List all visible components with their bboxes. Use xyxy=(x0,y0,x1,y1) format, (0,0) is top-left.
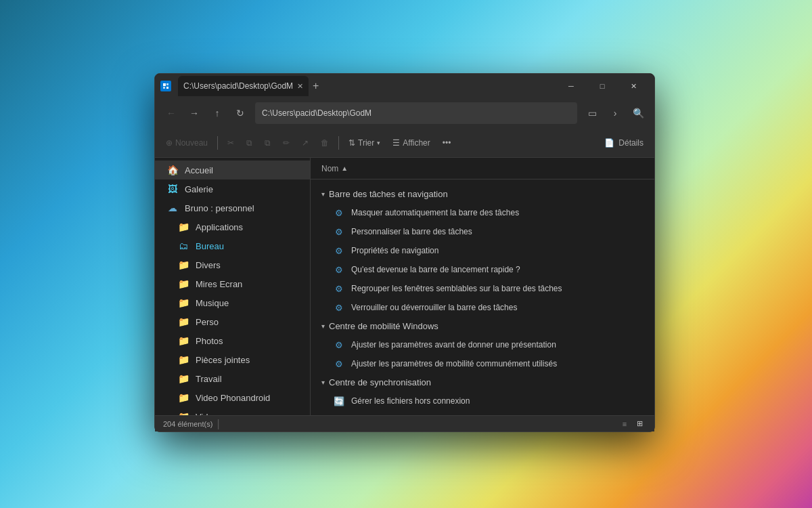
sidebar-item-perso[interactable]: 📁 Perso xyxy=(155,312,310,331)
cut-icon: ✂ xyxy=(227,138,234,148)
item-personnaliser-barre[interactable]: ⚙ Personnaliser la barre des tâches xyxy=(311,222,654,241)
item-regrouper-fenetres[interactable]: ⚙ Regrouper les fenêtres semblables sur … xyxy=(311,279,654,298)
view-controls: ≡ ⊞ xyxy=(618,417,646,431)
item-ajuster-presentation[interactable]: ⚙ Ajuster les paramètres avant de donner… xyxy=(311,335,654,354)
search-btn[interactable]: 🔍 xyxy=(627,102,649,124)
mires-ecran-label: Mires Ecran xyxy=(196,279,242,289)
address-text: C:\Users\pacid\Desktop\GodM xyxy=(262,108,371,118)
icon-proprietes-navigation: ⚙ xyxy=(332,244,346,257)
item-proprietes-navigation[interactable]: ⚙ Propriétés de navigation xyxy=(311,241,654,260)
bureau-icon: 🗂 xyxy=(177,239,190,253)
sidebar-item-photos[interactable]: 📁 Photos xyxy=(155,331,310,350)
sep1 xyxy=(217,136,218,150)
sort-chevron: ▾ xyxy=(377,140,380,146)
category-mobilite[interactable]: ▾ Centre de mobilité Windows xyxy=(311,317,654,335)
accueil-label: Accueil xyxy=(185,165,213,175)
rename-btn[interactable]: ✏ xyxy=(277,132,295,154)
tab-close-btn[interactable]: ✕ xyxy=(297,82,303,91)
label-personnaliser-barre: Personnaliser la barre des tâches xyxy=(351,227,472,236)
icon-personnaliser-barre: ⚙ xyxy=(332,225,346,238)
right-panel: Nom ▲ ▾ Barre des tâches et navigation ⚙… xyxy=(311,158,654,415)
statusbar: 204 élément(s) | ≡ ⊞ xyxy=(155,415,654,431)
sidebar-item-videos[interactable]: 📁 Videos xyxy=(155,407,310,415)
svg-rect-1 xyxy=(163,83,166,86)
label-ajuster-mobilite: Ajuster les paramètres de mobilité commu… xyxy=(351,359,557,368)
sort-btn[interactable]: ⇅ Trier ▾ xyxy=(343,132,386,154)
copy-icon: ⧉ xyxy=(246,138,252,148)
maximize-btn[interactable]: □ xyxy=(587,74,618,98)
commandbar: ⊕ Nouveau ✂ ⧉ ⧉ ✏ ↗ 🗑 ⇅ Trier ▾ ☰ Aff xyxy=(155,128,654,158)
pane-toggle-btn[interactable]: ▭ xyxy=(581,102,603,124)
grid-view-btn[interactable]: ⊞ xyxy=(633,417,646,431)
chevron-synchro: ▾ xyxy=(321,379,325,386)
label-masquer-barre: Masquer automatiquement la barre des tâc… xyxy=(351,208,519,217)
minimize-btn[interactable]: ─ xyxy=(556,74,587,98)
address-bar[interactable]: C:\Users\pacid\Desktop\GodM xyxy=(255,102,577,124)
active-tab[interactable]: C:\Users\pacid\Desktop\GodM ✕ xyxy=(178,76,309,96)
item-ajuster-mobilite[interactable]: ⚙ Ajuster les paramètres de mobilité com… xyxy=(311,354,654,373)
photos-icon: 📁 xyxy=(177,334,190,347)
galerie-icon: 🖼 xyxy=(166,182,179,196)
explorer-window: C:\Users\pacid\Desktop\GodM ✕ + ─ □ ✕ ← … xyxy=(154,73,655,432)
category-barre-taches-label: Barre des tâches et navigation xyxy=(329,189,448,199)
sidebar: 🏠 Accueil 🖼 Galerie ☁ Bruno : personnel … xyxy=(155,158,311,415)
pieces-jointes-icon: 📁 xyxy=(177,353,190,366)
new-btn[interactable]: ⊕ Nouveau xyxy=(160,132,213,154)
expand-btn[interactable]: › xyxy=(604,102,626,124)
view-btn[interactable]: ☰ Afficher xyxy=(387,132,435,154)
sidebar-item-video-phonandroid[interactable]: 📁 Video Phonandroid xyxy=(155,388,310,407)
applications-icon: 📁 xyxy=(177,220,190,234)
paste-btn[interactable]: ⧉ xyxy=(259,132,276,154)
more-btn[interactable]: ••• xyxy=(437,132,457,154)
back-btn[interactable]: ← xyxy=(160,102,182,124)
sort-up-icon: ▲ xyxy=(341,165,348,172)
new-tab-btn[interactable]: + xyxy=(313,80,319,92)
share-btn[interactable]: ↗ xyxy=(296,132,314,154)
forward-btn[interactable]: → xyxy=(183,102,205,124)
video-phonandroid-label: Video Phonandroid xyxy=(196,393,270,403)
delete-btn[interactable]: 🗑 xyxy=(315,132,334,154)
tab-area: C:\Users\pacid\Desktop\GodM ✕ + xyxy=(160,76,556,96)
chevron-barre-taches: ▾ xyxy=(321,190,325,198)
sidebar-item-mires-ecran[interactable]: 📁 Mires Ecran xyxy=(155,274,310,293)
sidebar-item-travail[interactable]: 📁 Travail xyxy=(155,369,310,388)
up-btn[interactable]: ↑ xyxy=(206,102,228,124)
item-verrouiller-barre[interactable]: ⚙ Verrouiller ou déverrouiller la barre … xyxy=(311,298,654,317)
label-proprietes-navigation: Propriétés de navigation xyxy=(351,246,438,255)
icon-verrouiller-barre: ⚙ xyxy=(332,301,346,314)
status-separator: | xyxy=(217,418,219,430)
close-btn[interactable]: ✕ xyxy=(618,74,649,98)
category-barre-taches[interactable]: ▾ Barre des tâches et navigation xyxy=(311,185,654,203)
panel-content: ▾ Barre des tâches et navigation ⚙ Masqu… xyxy=(311,179,654,415)
label-regrouper-fenetres: Regrouper les fenêtres semblables sur la… xyxy=(351,284,562,293)
musique-label: Musique xyxy=(196,298,229,308)
refresh-btn[interactable]: ↻ xyxy=(229,102,251,124)
bureau-label: Bureau xyxy=(196,241,224,251)
cut-btn[interactable]: ✂ xyxy=(222,132,240,154)
category-mobilite-label: Centre de mobilité Windows xyxy=(329,321,438,331)
video-phonandroid-icon: 📁 xyxy=(177,391,190,404)
svg-rect-4 xyxy=(166,87,168,89)
icon-ajuster-mobilite: ⚙ xyxy=(332,357,346,371)
copy-btn[interactable]: ⧉ xyxy=(241,132,258,154)
category-synchro-label: Centre de synchronisation xyxy=(329,377,431,387)
sidebar-item-pieces-jointes[interactable]: 📁 Pièces jointes xyxy=(155,350,310,369)
category-reseau[interactable]: ▾ Centre Réseau et partage xyxy=(311,410,654,415)
sidebar-item-divers[interactable]: 📁 Divers xyxy=(155,255,310,274)
divers-label: Divers xyxy=(196,260,221,270)
sidebar-item-galerie[interactable]: 🖼 Galerie xyxy=(155,179,310,198)
details-btn[interactable]: 📄 Détails xyxy=(599,135,649,150)
sidebar-item-bruno[interactable]: ☁ Bruno : personnel xyxy=(155,198,310,217)
sidebar-item-bureau[interactable]: 🗂 Bureau xyxy=(155,236,310,255)
sidebar-item-accueil[interactable]: 🏠 Accueil xyxy=(155,161,310,179)
new-icon: ⊕ xyxy=(166,138,173,148)
item-gerer-fichiers[interactable]: 🔄 Gérer les fichiers hors connexion xyxy=(311,391,654,410)
item-masquer-barre[interactable]: ⚙ Masquer automatiquement la barre des t… xyxy=(311,203,654,222)
label-barre-lancement: Qu'est devenue la barre de lancement rap… xyxy=(351,265,520,274)
sidebar-item-musique[interactable]: 📁 Musique xyxy=(155,293,310,312)
list-view-btn[interactable]: ≡ xyxy=(618,417,631,431)
icon-ajuster-presentation: ⚙ xyxy=(332,338,346,352)
item-barre-lancement[interactable]: ⚙ Qu'est devenue la barre de lancement r… xyxy=(311,260,654,279)
sidebar-item-applications[interactable]: 📁 Applications xyxy=(155,217,310,236)
category-synchro[interactable]: ▾ Centre de synchronisation xyxy=(311,373,654,391)
